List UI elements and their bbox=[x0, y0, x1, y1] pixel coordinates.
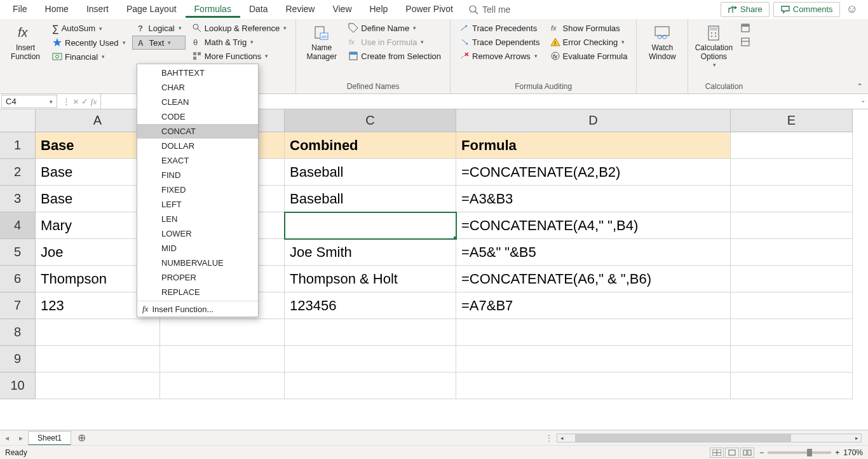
insert-function-menu-item[interactable]: fx Insert Function... bbox=[137, 301, 258, 317]
logical-button[interactable]: ?Logical▾ bbox=[132, 22, 186, 34]
cell-C1[interactable]: Combined bbox=[285, 132, 456, 159]
cell-E10[interactable] bbox=[731, 373, 853, 399]
row-header-9[interactable]: 9 bbox=[0, 346, 36, 373]
autosum-button[interactable]: ∑AutoSum▾ bbox=[48, 22, 130, 35]
text-fn-exact[interactable]: EXACT bbox=[137, 153, 258, 168]
cell-D7[interactable]: =A7&B7 bbox=[456, 292, 731, 319]
text-fn-char[interactable]: CHAR bbox=[137, 80, 258, 95]
tab-help[interactable]: Help bbox=[361, 1, 397, 18]
cell-D9[interactable] bbox=[456, 346, 731, 373]
cell-E7[interactable] bbox=[731, 292, 853, 319]
cell-E1[interactable] bbox=[731, 132, 853, 159]
text-fn-numbervalue[interactable]: NUMBERVALUE bbox=[137, 256, 258, 270]
text-fn-len[interactable]: LEN bbox=[137, 212, 258, 226]
cell-D5[interactable]: =A5&" "&B5 bbox=[456, 239, 731, 266]
name-manager-button[interactable]: ab Name Manager bbox=[301, 22, 342, 64]
cell-B8[interactable] bbox=[160, 319, 285, 346]
cell-D10[interactable] bbox=[456, 373, 731, 399]
cell-C9[interactable] bbox=[285, 346, 456, 373]
cell-E2[interactable] bbox=[731, 159, 853, 186]
row-header-5[interactable]: 5 bbox=[0, 239, 36, 266]
tab-power-pivot[interactable]: Power Pivot bbox=[397, 1, 462, 18]
row-header-2[interactable]: 2 bbox=[0, 159, 36, 186]
text-fn-mid[interactable]: MID bbox=[137, 241, 258, 256]
row-header-4[interactable]: 4 bbox=[0, 212, 36, 239]
cell-B9[interactable] bbox=[160, 346, 285, 373]
trace-dependents-button[interactable]: Trace Dependents bbox=[456, 36, 543, 48]
text-fn-code[interactable]: CODE bbox=[137, 109, 258, 124]
namebox-split-icon[interactable]: ⋮ bbox=[62, 97, 71, 106]
cell-E6[interactable] bbox=[731, 266, 853, 292]
cell-C2[interactable]: Baseball bbox=[285, 159, 456, 186]
cell-C3[interactable]: Baseball bbox=[285, 186, 456, 212]
cell-C8[interactable] bbox=[285, 319, 456, 346]
feedback-icon[interactable]: ☺ bbox=[846, 3, 858, 16]
cell-A8[interactable] bbox=[36, 319, 160, 346]
row-header-8[interactable]: 8 bbox=[0, 319, 36, 346]
sheet-nav-next[interactable]: ▸ bbox=[14, 434, 28, 442]
row-header-1[interactable]: 1 bbox=[0, 132, 36, 159]
cell-D8[interactable] bbox=[456, 319, 731, 346]
cell-C4[interactable] bbox=[285, 212, 456, 239]
text-fn-dollar[interactable]: DOLLAR bbox=[137, 139, 258, 153]
tell-me[interactable]: Tell me bbox=[462, 4, 510, 15]
math-trig-button[interactable]: θMath & Trig▾ bbox=[188, 36, 291, 48]
trace-precedents-button[interactable]: Trace Precedents bbox=[456, 22, 543, 34]
insert-function-button[interactable]: fx Insert Function bbox=[5, 22, 46, 64]
cell-E5[interactable] bbox=[731, 239, 853, 266]
text-fn-find[interactable]: FIND bbox=[137, 168, 258, 182]
zoom-out-button[interactable]: − bbox=[759, 448, 764, 457]
text-fn-left[interactable]: LEFT bbox=[137, 197, 258, 212]
cell-D6[interactable]: =CONCATENATE(A6," & ",B6) bbox=[456, 266, 731, 292]
financial-button[interactable]: Financial▾ bbox=[48, 50, 130, 63]
zoom-slider[interactable] bbox=[768, 451, 831, 454]
view-page-layout-button[interactable] bbox=[725, 448, 739, 458]
cell-E8[interactable] bbox=[731, 319, 853, 346]
row-header-7[interactable]: 7 bbox=[0, 292, 36, 319]
cell-C7[interactable]: 123456 bbox=[285, 292, 456, 319]
cell-E9[interactable] bbox=[731, 346, 853, 373]
zoom-in-button[interactable]: + bbox=[835, 448, 839, 457]
view-normal-button[interactable] bbox=[710, 448, 724, 458]
text-fn-proper[interactable]: PROPER bbox=[137, 270, 258, 285]
tab-home[interactable]: Home bbox=[36, 1, 78, 18]
tab-view[interactable]: View bbox=[323, 1, 360, 18]
cell-A9[interactable] bbox=[36, 346, 160, 373]
calc-sheet-button[interactable] bbox=[736, 36, 754, 48]
text-fn-bahttext[interactable]: BAHTTEXT bbox=[137, 65, 258, 80]
row-header-10[interactable]: 10 bbox=[0, 373, 36, 399]
cell-E4[interactable] bbox=[731, 212, 853, 239]
hscroll-split-icon[interactable]: ⋮ bbox=[545, 434, 553, 442]
text-fn-lower[interactable]: LOWER bbox=[137, 226, 258, 241]
col-header-E[interactable]: E bbox=[731, 109, 853, 132]
collapse-ribbon-button[interactable]: ⌃ bbox=[857, 82, 863, 91]
row-header-3[interactable]: 3 bbox=[0, 186, 36, 212]
remove-arrows-button[interactable]: Remove Arrows▾ bbox=[456, 50, 543, 62]
cell-E3[interactable] bbox=[731, 186, 853, 212]
text-fn-fixed[interactable]: FIXED bbox=[137, 182, 258, 197]
cell-D4[interactable]: =CONCATENATE(A4," ",B4) bbox=[456, 212, 731, 239]
share-button[interactable]: Share bbox=[721, 2, 770, 17]
zoom-level[interactable]: 170% bbox=[843, 448, 863, 457]
fx-icon[interactable]: fx bbox=[91, 97, 97, 107]
sheet-nav-prev[interactable]: ◂ bbox=[0, 434, 14, 442]
tab-insert[interactable]: Insert bbox=[78, 1, 118, 18]
evaluate-formula-button[interactable]: fxEvaluate Formula bbox=[546, 50, 632, 62]
cell-C5[interactable]: Joe Smith bbox=[285, 239, 456, 266]
row-header-6[interactable]: 6 bbox=[0, 266, 36, 292]
select-all-corner[interactable] bbox=[0, 109, 36, 132]
text-fn-concat[interactable]: CONCAT bbox=[137, 124, 258, 139]
text-button[interactable]: AText▾ bbox=[132, 36, 186, 50]
tab-formulas[interactable]: Formulas bbox=[186, 1, 240, 18]
cell-A10[interactable] bbox=[36, 373, 160, 399]
show-formulas-button[interactable]: fxShow Formulas bbox=[546, 22, 632, 34]
error-checking-button[interactable]: !Error Checking▾ bbox=[546, 36, 632, 48]
text-fn-clean[interactable]: CLEAN bbox=[137, 95, 258, 109]
tab-page-layout[interactable]: Page Layout bbox=[118, 1, 186, 18]
create-from-selection-button[interactable]: Create from Selection bbox=[344, 50, 445, 62]
cell-D1[interactable]: Formula bbox=[456, 132, 731, 159]
calculation-options-button[interactable]: Calculation Options▾ bbox=[693, 22, 734, 71]
horizontal-scrollbar[interactable]: ◂▸ bbox=[557, 434, 862, 442]
cell-B10[interactable] bbox=[160, 373, 285, 399]
watch-window-button[interactable]: Watch Window bbox=[642, 22, 682, 64]
